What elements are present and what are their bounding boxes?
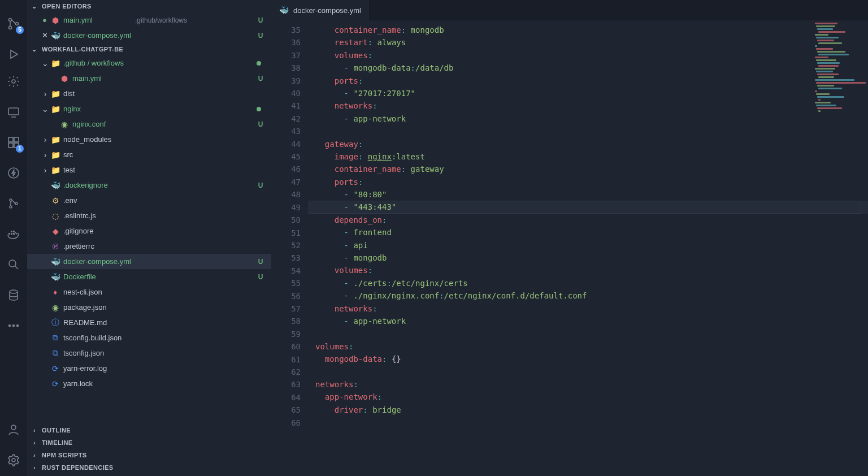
chevron-down-icon[interactable]: ⌄ (41, 59, 50, 68)
scm-badge: 5 (16, 26, 24, 34)
chevron-right-icon: › (31, 464, 38, 471)
chevron-right-icon[interactable]: › (41, 135, 50, 144)
tree-item[interactable]: ◉package.json (27, 300, 271, 315)
tree-item[interactable]: ⧉tsconfig.build.json (27, 330, 271, 345)
code-line[interactable]: mongodb-data: {} (309, 353, 868, 365)
file-icon: 🐳 (50, 31, 61, 40)
code-line[interactable]: volumes: (309, 49, 868, 62)
code-line[interactable]: image: nginx:latest (309, 150, 868, 163)
docker-activity-icon[interactable] (6, 226, 21, 242)
code-line[interactable]: container_name: gateway (309, 163, 868, 175)
tree-item[interactable]: ⓘREADME.md (27, 315, 271, 330)
code-line[interactable]: - "443:443" (309, 201, 868, 213)
dirty-dot-icon: ● (40, 16, 50, 24)
code-line[interactable]: - mongodb (309, 252, 868, 264)
tree-item[interactable]: ⟳yarn-error.log (27, 361, 271, 376)
code-line[interactable] (309, 416, 868, 429)
code-line[interactable]: container_name: mongodb (309, 24, 868, 36)
code-line[interactable]: restart: always (309, 36, 868, 49)
more-icon[interactable] (6, 318, 21, 334)
code-line[interactable]: volumes: (309, 340, 868, 353)
code-line[interactable]: - ./nginx/nginx.conf:/etc/nginx/conf.d/d… (309, 289, 868, 302)
section-workspace[interactable]: ⌄ WORKFALL-CHATGPT-BE (27, 43, 271, 55)
bolt-icon[interactable] (6, 165, 21, 181)
chevron-down-icon[interactable]: ⌄ (41, 105, 50, 114)
file-icon: 📁 (50, 135, 61, 144)
chevron-right-icon[interactable]: › (41, 150, 50, 159)
editor-body[interactable]: 3536373839404142434445464748495051525354… (271, 20, 868, 476)
file-icon: 📁 (50, 59, 61, 68)
tree-item[interactable]: ◆.gitignore (27, 223, 271, 239)
tab-docker-compose[interactable]: 🐳 docker-compose.yml (271, 0, 370, 20)
tree-item[interactable]: 🐳DockerfileU (27, 269, 271, 284)
run-icon[interactable] (6, 46, 21, 62)
code-line[interactable]: networks: (309, 302, 868, 315)
code-line[interactable]: driver: bridge (309, 404, 868, 416)
tree-item[interactable]: 🐳.dockerignoreU (27, 178, 271, 193)
code-line[interactable]: - "80:80" (309, 188, 868, 201)
code-line[interactable]: - ./certs:/etc/nginx/certs (309, 277, 868, 289)
minimap[interactable] (811, 23, 866, 119)
open-editors-list: ●⬢main.yml.github/workflowsU✕🐳docker-com… (27, 12, 271, 43)
code-line[interactable]: networks: (309, 378, 868, 391)
code-line[interactable]: - app-network (309, 112, 868, 125)
tree-item[interactable]: ›📁dist (27, 86, 271, 101)
gear-icon[interactable] (6, 73, 21, 89)
code-line[interactable]: depends_on: (309, 214, 868, 226)
file-label: yarn.lock (63, 379, 164, 388)
tree-item[interactable]: 🐳docker-compose.ymlU (27, 254, 271, 269)
tree-item[interactable]: ⬢main.ymlU (27, 71, 271, 86)
tree-item[interactable]: ➧nest-cli.json (27, 284, 271, 300)
tree-item[interactable]: ⚙.env (27, 193, 271, 208)
code-line[interactable]: networks: (309, 99, 868, 112)
section-npm-scripts[interactable]: › NPM SCRIPTS (27, 449, 271, 461)
code-line[interactable]: ports: (309, 75, 868, 87)
database-icon[interactable] (6, 287, 21, 303)
section-timeline[interactable]: › TIMELINE (27, 436, 271, 449)
svg-point-9 (8, 168, 19, 178)
code-line[interactable] (309, 125, 868, 137)
scm-icon[interactable]: 5 (6, 16, 21, 32)
code-line[interactable]: ports: (309, 176, 868, 188)
chevron-right-icon[interactable]: › (41, 166, 50, 175)
tree-item[interactable]: ◌.eslintrc.js (27, 208, 271, 223)
code-line[interactable]: - frontend (309, 226, 868, 239)
tree-item[interactable]: ℗.prettierrc (27, 239, 271, 254)
settings-icon[interactable] (6, 452, 21, 468)
tree-item[interactable]: ›📁test (27, 162, 271, 178)
code-line[interactable]: gateway: (309, 138, 868, 150)
file-label: src (63, 150, 164, 159)
tree-item[interactable]: ›📁node_modules (27, 132, 271, 147)
file-icon: 🐳 (50, 181, 61, 190)
extensions-icon[interactable]: 1 (6, 135, 21, 150)
tree-item[interactable]: ⟳yarn.lock (27, 376, 271, 391)
file-label: test (63, 166, 164, 174)
tree-item[interactable]: ›📁src (27, 147, 271, 162)
code-line[interactable]: - api (309, 239, 868, 252)
search-icon[interactable] (6, 257, 21, 272)
code-line[interactable]: - mongodb-data:/data/db (309, 62, 868, 74)
git-graph-icon[interactable] (6, 196, 21, 211)
code-line[interactable] (309, 327, 868, 340)
code-line[interactable] (309, 366, 868, 378)
tree-item[interactable]: ⌄📁nginx (27, 101, 271, 116)
file-icon: 📁 (50, 105, 61, 114)
file-label: .prettierrc (63, 242, 164, 250)
section-rust-deps[interactable]: › RUST DEPENDENCIES (27, 461, 271, 474)
open-editor-item[interactable]: ✕🐳docker-compose.ymlU (27, 28, 271, 43)
tree-item[interactable]: ⌄📁.github / workflows (27, 55, 271, 71)
tree-item[interactable]: ◉nginx.confU (27, 116, 271, 132)
code-view[interactable]: container_name: mongodb restart: always … (309, 20, 868, 476)
chevron-right-icon[interactable]: › (41, 89, 50, 98)
remote-icon[interactable] (6, 104, 21, 120)
section-outline[interactable]: › OUTLINE (27, 424, 271, 436)
open-editor-item[interactable]: ●⬢main.yml.github/workflowsU (27, 12, 271, 28)
tree-item[interactable]: ⧉tsconfig.json (27, 345, 271, 361)
account-icon[interactable] (6, 422, 21, 438)
code-line[interactable]: volumes: (309, 264, 868, 276)
code-line[interactable]: app-network: (309, 391, 868, 403)
code-line[interactable]: - app-network (309, 315, 868, 327)
code-line[interactable]: - "27017:27017" (309, 87, 868, 99)
close-icon[interactable]: ✕ (40, 31, 50, 40)
section-open-editors[interactable]: ⌄ OPEN EDITORS (27, 0, 271, 12)
